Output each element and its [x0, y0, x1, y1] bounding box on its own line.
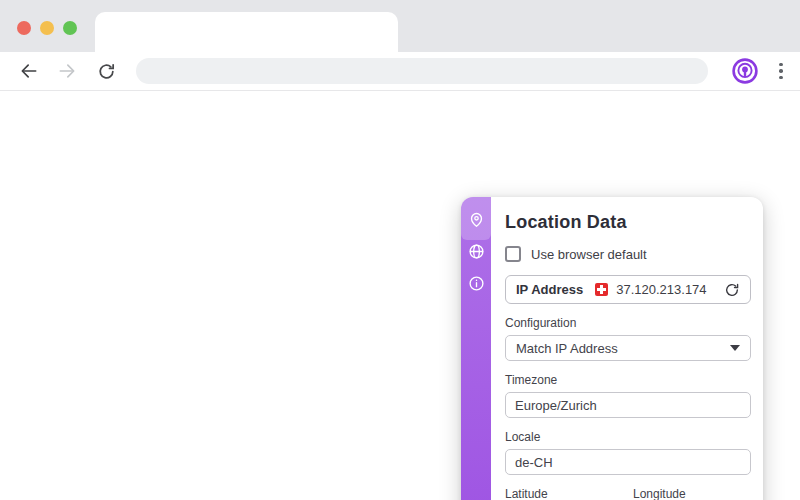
- back-arrow-icon: [19, 61, 39, 81]
- chevron-down-icon: [730, 345, 740, 351]
- info-icon: [468, 275, 485, 292]
- use-browser-default-label: Use browser default: [531, 247, 647, 262]
- swiss-flag-icon: [595, 283, 608, 296]
- location-extension-button[interactable]: [730, 56, 760, 86]
- refresh-icon: [724, 282, 740, 298]
- configuration-value: Match IP Address: [516, 341, 618, 356]
- configuration-select[interactable]: Match IP Address: [505, 335, 751, 361]
- timezone-label: Timezone: [505, 373, 751, 387]
- configuration-label: Configuration: [505, 316, 751, 330]
- maximize-window-button[interactable]: [63, 21, 77, 35]
- refresh-ip-button[interactable]: [724, 282, 740, 298]
- use-browser-default-option[interactable]: Use browser default: [505, 246, 751, 262]
- sidebar-item-browser[interactable]: [461, 235, 491, 267]
- sidebar-item-info[interactable]: [461, 267, 491, 299]
- page-content: Location Data Use browser default IP Add…: [0, 92, 800, 500]
- kebab-menu-icon: [779, 63, 783, 67]
- browser-tab[interactable]: [95, 12, 398, 52]
- location-pin-icon: [468, 211, 485, 228]
- minimize-window-button[interactable]: [40, 21, 54, 35]
- longitude-label: Longitude: [633, 487, 751, 500]
- ip-address-box: IP Address 37.120.213.174: [505, 275, 751, 304]
- ip-address-label: IP Address: [516, 282, 583, 297]
- forward-button[interactable]: [54, 58, 80, 84]
- globe-icon: [468, 243, 485, 260]
- location-extension-icon: [731, 57, 759, 85]
- reload-button[interactable]: [93, 58, 119, 84]
- address-bar[interactable]: [136, 58, 708, 84]
- use-browser-default-checkbox[interactable]: [505, 246, 521, 262]
- locale-input[interactable]: [505, 449, 751, 475]
- sidebar-item-location[interactable]: [461, 203, 491, 235]
- back-button[interactable]: [16, 58, 42, 84]
- forward-arrow-icon: [57, 61, 77, 81]
- popup-sidebar: [461, 197, 491, 500]
- extension-popup: Location Data Use browser default IP Add…: [461, 197, 763, 500]
- page-title: Location Data: [505, 212, 751, 233]
- close-window-button[interactable]: [17, 21, 31, 35]
- window-controls: [17, 21, 77, 35]
- reload-icon: [97, 62, 116, 81]
- browser-navbar: [0, 52, 800, 91]
- latitude-label: Latitude: [505, 487, 623, 500]
- popup-content: Location Data Use browser default IP Add…: [491, 197, 763, 500]
- locale-label: Locale: [505, 430, 751, 444]
- browser-titlebar: [0, 0, 800, 52]
- browser-menu-button[interactable]: [772, 56, 790, 86]
- ip-address-value: 37.120.213.174: [616, 282, 706, 297]
- timezone-input[interactable]: [505, 392, 751, 418]
